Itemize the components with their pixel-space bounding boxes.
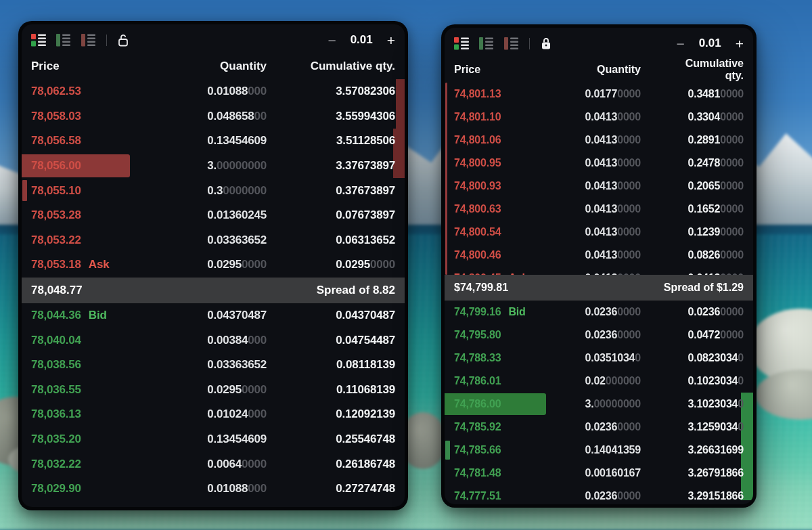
trade-marker xyxy=(445,441,450,460)
ask-row[interactable]: 78,053.28 0.01360245 0.07673897 xyxy=(22,203,405,228)
unlock-icon[interactable] xyxy=(117,33,129,47)
order-book-toolbar: − 0.01 + xyxy=(22,24,405,53)
cumulative-value: 0.07673897 xyxy=(267,208,395,222)
tick-size-value: 0.01 xyxy=(351,33,373,47)
price-value: 74,800.54 xyxy=(454,226,501,238)
ask-row[interactable]: 74,800.63 0.04130000 0.16520000 xyxy=(445,198,753,221)
depth-bar xyxy=(396,79,405,104)
price-value: 74,801.10 xyxy=(454,111,501,123)
price-value: 74,795.80 xyxy=(454,329,501,340)
cumulative-value: 0.08230340 xyxy=(641,352,744,364)
price-value: 78,035.20 xyxy=(31,433,81,445)
view-asks-only-icon[interactable] xyxy=(504,37,519,50)
quantity-value: 0.02950000 xyxy=(165,383,267,397)
price-value: 78,038.56 xyxy=(31,358,81,371)
price-column-header: Price xyxy=(31,60,165,73)
view-both-sides-icon[interactable] xyxy=(454,37,469,50)
bid-row[interactable]: 74,786.00 3.00000000 3.10230340 xyxy=(445,393,753,416)
quantity-value: 0.04865800 xyxy=(165,110,267,123)
tick-size-decrease-button[interactable]: − xyxy=(328,33,336,47)
bid-row[interactable]: 78,038.56 0.03363652 0.08118139 xyxy=(22,353,405,378)
tick-size-increase-button[interactable]: + xyxy=(736,37,744,51)
bid-row[interactable]: 74,799.16Bid 0.02360000 0.02360000 xyxy=(445,301,753,324)
side-label: Ask xyxy=(508,272,528,275)
quantity-column-header: Quantity xyxy=(553,64,641,76)
price-value: 74,800.95 xyxy=(454,157,501,169)
ask-row[interactable]: 74,800.95 0.04130000 0.24780000 xyxy=(445,152,753,175)
quantity-value: 0.00640000 xyxy=(165,458,267,471)
bid-row[interactable]: 78,036.13 0.01024000 0.12092139 xyxy=(22,402,405,427)
bid-row[interactable]: 74,788.33 0.03510340 0.08230340 xyxy=(445,347,753,370)
price-value: 74,800.93 xyxy=(454,180,501,192)
quantity-value: 0.13454609 xyxy=(165,433,267,446)
cumulative-value: 0.24780000 xyxy=(641,157,744,169)
price-value: 78,044.36 xyxy=(31,309,81,322)
order-book-panel-left: − 0.01 + Price Quantity Cumulative qty. … xyxy=(18,21,408,510)
view-asks-only-icon[interactable] xyxy=(81,34,96,47)
ask-row[interactable]: 74,801.06 0.04130000 0.28910000 xyxy=(445,129,753,152)
bid-row[interactable]: 74,781.48 0.00160167 3.26791866 xyxy=(445,462,753,485)
cumulative-value: 0.37673897 xyxy=(267,184,395,198)
depth-bar xyxy=(396,104,405,129)
cumulative-value: 3.26791866 xyxy=(641,467,744,479)
price-value: 78,056.00 xyxy=(31,159,81,172)
cumulative-value: 0.06313652 xyxy=(267,234,395,247)
ask-row[interactable]: 78,062.53 0.01088000 3.57082306 xyxy=(22,79,405,104)
cumulative-value: 3.37673897 xyxy=(267,159,395,173)
cumulative-value: 0.12390000 xyxy=(641,226,744,238)
column-headers: Price Quantity Cumulative qty. xyxy=(445,56,753,83)
cumulative-value: 0.04130000 xyxy=(641,272,744,275)
ask-row[interactable]: 78,056.00 3.00000000 3.37673897 xyxy=(22,154,405,179)
quantity-value: 0.01360245 xyxy=(165,208,267,222)
side-label: Bid xyxy=(508,306,525,317)
bid-row[interactable]: 74,795.80 0.02360000 0.04720000 xyxy=(445,324,753,347)
ask-row[interactable]: 78,058.03 0.04865800 3.55994306 xyxy=(22,104,405,129)
bid-row[interactable]: 78,036.55 0.02950000 0.11068139 xyxy=(22,378,405,403)
bid-rows: 74,799.16Bid 0.02360000 0.02360000 74,79… xyxy=(445,301,753,500)
mid-price: $74,799.81 xyxy=(454,282,508,294)
bid-row[interactable]: 74,785.66 0.14041359 3.26631699 xyxy=(445,439,753,462)
ask-row[interactable]: 74,800.46 0.04130000 0.08260000 xyxy=(445,244,753,267)
ask-row[interactable]: 74,800.54 0.04130000 0.12390000 xyxy=(445,221,753,244)
quantity-value: 0.04130000 xyxy=(553,157,641,169)
lock-icon[interactable] xyxy=(540,37,552,50)
ask-row[interactable]: 78,053.22 0.03363652 0.06313652 xyxy=(22,228,405,253)
ask-row[interactable]: 74,800.45Ask 0.04130000 0.04130000 xyxy=(445,267,753,275)
tick-size-decrease-button[interactable]: − xyxy=(676,37,684,51)
spread-row: 78,048.77 Spread of 8.82 xyxy=(22,278,405,303)
cumulative-value: 0.28910000 xyxy=(641,134,744,146)
quantity-value: 0.00160167 xyxy=(553,467,641,479)
bid-row[interactable]: 78,029.90 0.01088000 0.27274748 xyxy=(22,477,405,502)
view-both-sides-icon[interactable] xyxy=(31,34,46,47)
ask-row[interactable]: 78,055.10 0.30000000 0.37673897 xyxy=(22,178,405,203)
quantity-value: 0.01088000 xyxy=(165,85,267,98)
bid-row[interactable]: 74,777.51 0.02360000 3.29151866 xyxy=(445,485,753,500)
quantity-value: 0.14041359 xyxy=(553,444,641,456)
view-bids-only-icon[interactable] xyxy=(479,37,494,50)
price-value: 78,053.28 xyxy=(31,208,81,221)
cumulative-value: 0.02950000 xyxy=(267,258,395,271)
quantity-value: 0.03363652 xyxy=(165,358,267,372)
order-book-left: − 0.01 + Price Quantity Cumulative qty. … xyxy=(22,24,405,507)
quantity-value: 3.00000000 xyxy=(165,159,267,173)
ask-row[interactable]: 74,801.10 0.04130000 0.33040000 xyxy=(445,106,753,129)
cumulative-value: 3.55994306 xyxy=(267,110,395,123)
ask-row[interactable]: 78,053.18Ask 0.02950000 0.02950000 xyxy=(22,252,405,278)
bid-row[interactable]: 78,044.36Bid 0.04370487 0.04370487 xyxy=(22,303,405,328)
bid-row[interactable]: 78,035.20 0.13454609 0.25546748 xyxy=(22,427,405,452)
bid-row[interactable]: 74,786.01 0.02000000 0.10230340 xyxy=(445,370,753,393)
toolbar-divider xyxy=(106,35,107,46)
cumulative-value: 0.10230340 xyxy=(641,375,744,387)
quantity-value: 0.03510340 xyxy=(553,352,641,364)
price-value: 74,801.06 xyxy=(454,134,501,146)
bid-row[interactable]: 74,785.92 0.02360000 3.12590340 xyxy=(445,416,753,439)
view-bids-only-icon[interactable] xyxy=(56,34,71,47)
price-value: 74,800.63 xyxy=(454,203,501,215)
ask-row[interactable]: 74,801.13 0.01770000 0.34810000 xyxy=(445,83,753,106)
tick-size-increase-button[interactable]: + xyxy=(387,33,395,47)
ask-row[interactable]: 78,056.58 0.13454609 3.51128506 xyxy=(22,129,405,154)
cumulative-value: 0.26186748 xyxy=(267,458,395,471)
ask-row[interactable]: 74,800.93 0.04130000 0.20650000 xyxy=(445,175,753,198)
bid-row[interactable]: 78,040.04 0.00384000 0.04754487 xyxy=(22,328,405,353)
bid-row[interactable]: 78,032.22 0.00640000 0.26186748 xyxy=(22,451,405,477)
